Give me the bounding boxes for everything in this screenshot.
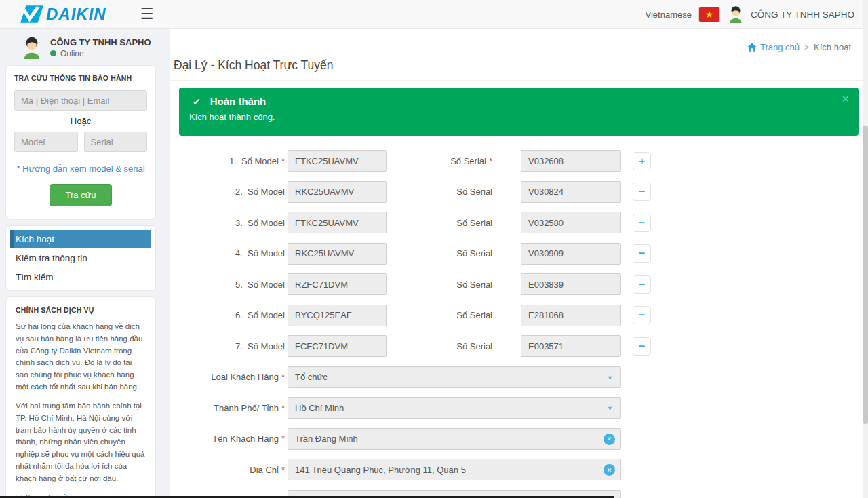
success-alert: ✔ Hoàn thành Kích hoạt thành công. ✕ [179,88,859,136]
serial-search-input[interactable] [84,132,148,152]
model-search-input[interactable] [14,132,78,152]
title-divider [170,80,863,81]
model-serial-row: 6. Số ModelBYCQ125EAFSố SerialE281068− [170,305,863,326]
topbar-user-menu[interactable]: CÔNG TY TNHH SAPHO [727,5,854,23]
activation-form: 1. Số Model*FTKC25UAVMVSố Serial*V032608… [170,150,863,498]
required-asterisk: * [281,434,285,444]
policy-paragraph: Với hai trung tâm bảo hành chính tại TP.… [16,400,146,485]
search-card-title: TRA CỨU THÔNG TIN BẢO HÀNH [14,74,147,82]
remove-row-button[interactable]: − [633,337,651,356]
alert-close-icon[interactable]: ✕ [841,94,850,104]
required-asterisk: * [489,156,492,166]
vietnam-flag-icon[interactable]: ★ [699,7,719,22]
form-field-row: Thành Phố/ Tỉnh*Hồ Chí Minh▼ [170,397,863,419]
serial-input[interactable]: V030824 [521,181,621,203]
serial-input[interactable]: V030909 [521,243,621,265]
breadcrumb-home-link[interactable]: Trang chủ [747,42,800,52]
model-row-label: 2. Số Model [170,187,285,197]
loai-khach-hang-select[interactable]: Tổ chức▼ [288,366,621,388]
model-row-label: 7. Số Model [170,341,285,351]
chevron-down-icon[interactable]: ▼ [607,405,613,412]
remove-row-button[interactable]: − [633,244,651,263]
topbar: DAIKIN ☰ Vietnamese ★ CÔNG TY TNHH SAPHO [0,0,868,29]
model-row-label: 3. Số Model [170,218,285,228]
add-row-button[interactable]: + [633,152,651,170]
model-row-label: 1. Số Model* [170,156,285,166]
model-input[interactable]: FCFC71DVM [288,335,387,357]
form-field-row: Địa Chỉ*141 Triệu Quang Phục, Phường 11,… [170,459,863,480]
field-label-thanh-pho-tinh: Thành Phố/ Tỉnh* [170,403,285,413]
model-input[interactable]: BYCQ125EAF [288,305,387,326]
profile-avatar-icon [20,36,43,59]
or-label: Hoặc [14,116,147,126]
scrollbar-thumb[interactable] [863,126,868,424]
sidebar-item-kiem-tra-thong-tin[interactable]: Kiểm tra thông tin [10,249,151,267]
serial-label: Số Serial* [387,156,492,166]
scrollbar-track[interactable] [863,0,868,498]
remove-row-button[interactable]: − [633,183,651,201]
required-asterisk: * [281,156,285,166]
model-input[interactable]: RKC25UAVMV [288,243,387,265]
serial-input[interactable]: V032608 [521,150,621,172]
serial-label: Số Serial [387,187,492,197]
required-asterisk: * [281,372,285,382]
thanh-pho-tinh-select[interactable]: Hồ Chí Minh▼ [288,397,621,419]
model-serial-row: 1. Số Model*FTKC25UAVMVSố Serial*V032608… [170,150,863,172]
profile-status: Online [50,49,151,58]
remove-row-button[interactable]: − [633,214,651,232]
serial-input[interactable]: E281068 [521,305,621,326]
model-row-label: 5. Số Model [170,280,285,290]
model-serial-row: 3. Số ModelFTKC25UAVMVSố SerialV032580− [170,212,863,233]
sidebar-item-kich-hoat[interactable]: Kích hoạt [10,230,151,248]
clear-icon[interactable]: ✕ [604,464,615,476]
serial-label: Số Serial [387,218,492,228]
policy-paragraph: Sự hài lòng của khách hàng về dịch vụ sa… [16,321,146,394]
language-selector[interactable]: Vietnamese [646,9,692,20]
field-label-ten-khach-hang: Tên Khách Hàng* [170,434,285,444]
serial-input[interactable]: V032580 [521,212,621,233]
sidebar: CÔNG TY TNHH SAPHO Online TRA CỨU THÔNG … [0,29,170,498]
menu-toggle-icon[interactable]: ☰ [140,7,154,22]
remove-row-button[interactable]: − [633,306,651,324]
model-input[interactable]: RZFC71DVM [288,273,387,295]
main-content: Trang chủ > Kích hoạt Đại Lý - Kích Hoạt… [170,29,863,498]
serial-label: Số Serial [387,280,492,290]
serial-input[interactable]: E003839 [521,273,621,295]
alert-message: Kích hoạt thành công. [189,112,848,122]
daikin-logo[interactable]: DAIKIN [20,5,106,24]
online-dot-icon [50,50,56,56]
daikin-logo-icon [20,5,43,24]
search-button[interactable]: Tra cứu [50,184,111,206]
sidebar-item-tim-kiem[interactable]: Tìm kiếm [10,268,151,286]
serial-label: Số Serial [387,310,492,320]
model-input[interactable]: FTKC25UAVMV [288,150,387,172]
policy-card-title: CHÍNH SÁCH DỊCH VỤ [16,306,146,314]
chevron-down-icon[interactable]: ▼ [607,375,613,381]
code-phone-email-input[interactable] [14,90,147,111]
warranty-search-card: TRA CỨU THÔNG TIN BẢO HÀNH Hoặc * Hướng … [5,65,156,220]
daikin-logo-text: DAIKIN [46,5,106,24]
clear-icon[interactable]: ✕ [604,434,615,445]
model-input[interactable]: FTKC25UAVMV [288,212,387,233]
required-asterisk: * [281,403,285,413]
model-serial-row: 2. Số ModelRKC25UAVMVSố SerialV030824− [170,181,863,203]
serial-input[interactable]: E003571 [521,335,621,357]
model-input[interactable]: RKC25UAVMV [288,181,387,203]
user-avatar-icon [727,5,745,23]
check-icon: ✔ [193,96,201,107]
model-serial-row: 7. Số ModelFCFC71DVMSố SerialE003571− [170,335,863,357]
profile-name: CÔNG TY TNHH SAPHO [50,37,151,47]
alert-title: Hoàn thành [210,96,267,107]
required-asterisk: * [281,465,285,475]
serial-label: Số Serial [387,341,492,351]
sidebar-menu: Kích hoạtKiểm tra thông tinTìm kiếm [5,225,156,291]
dia-chi-input[interactable]: 141 Triệu Quang Phục, Phường 11, Quận 5✕ [288,459,621,480]
model-serial-guide-link[interactable]: * Hướng dẫn xem model & serial [14,164,147,174]
form-field-row: Loại Khách Hàng*Tổ chức▼ [170,366,863,388]
ten-khach-hang-input[interactable]: Trần Đăng Minh✕ [288,428,621,450]
breadcrumb-separator: > [804,43,809,52]
breadcrumb: Trang chủ > Kích hoạt [747,42,851,52]
remove-row-button[interactable]: − [633,275,651,294]
field-label-dia-chi: Địa Chỉ* [170,465,285,475]
serial-label: Số Serial [387,248,492,258]
